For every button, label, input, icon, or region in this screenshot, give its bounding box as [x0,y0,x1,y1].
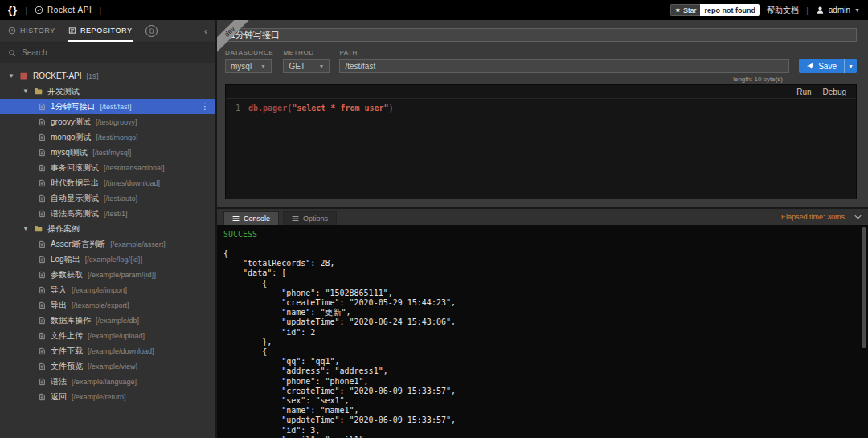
datasource-select[interactable]: mysql ▼ [225,59,272,73]
code-editor[interactable]: Run Debug 1 db.pager("select * from user… [225,84,857,199]
api-config-row: DATASOURCE mysql ▼ METHOD GET ▼ [225,49,857,73]
topbar: {} | Rocket API | ★ Star repo not found … [0,0,868,20]
path-input[interactable] [345,62,784,71]
braces-logo: {} [8,4,18,16]
tab-options-label: Options [303,215,328,223]
caret-down-icon[interactable]: ▼ [23,225,29,232]
path-label: PATH [339,49,789,56]
tree-item[interactable]: 文件上传 [/example/upload] ⋮ [0,328,215,343]
user-menu[interactable]: admin ▼ [816,6,860,14]
file-icon [39,301,46,309]
tree-folder-examples[interactable]: ▼ 操作案例 [0,221,215,236]
tree-item-label: mongo测试 [51,132,92,143]
tree-item[interactable]: 事务回滚测试 [/test/transactional] ⋮ [0,160,215,175]
tree-item-label: 返回 [51,391,67,403]
tree-item-path: [/test/mongo] [96,133,138,141]
tree-item[interactable]: mysql测试 [/test/mysql] ⋮ [0,145,215,160]
folder-icon [34,87,43,96]
grid-icon [292,215,299,222]
search-bar[interactable] [0,43,215,63]
tree-item[interactable]: 导出 [/texample/export] ⋮ [0,297,215,313]
tab-console[interactable]: Console [223,211,279,225]
tree-item[interactable]: 导入 [/example/import] ⋮ [0,282,215,297]
run-button[interactable]: Run [796,88,811,96]
datasource-label: DATASOURCE [225,49,273,56]
collapse-console-icon[interactable] [854,215,862,219]
tree-item[interactable]: 文件下载 [/example/download] ⋮ [0,343,215,358]
console-panel: Console Options Elapsed time: 30ms [217,207,868,438]
tree-item-label: Assert断言判断 [51,239,105,250]
api-name-input[interactable] [225,28,857,42]
console-meta: Elapsed time: 30ms [781,209,862,225]
debug-button[interactable]: Debug [823,88,846,96]
tab-repository[interactable]: REPOSITORY [68,20,133,42]
new-api-button[interactable] [145,25,158,37]
file-icon [39,164,46,172]
tree-item[interactable]: 1分钟写接口 [/test/fast] ⋮ [0,99,215,114]
user-icon [816,6,825,14]
sidebar-tabs: HISTORY REPOSITORY ‹ [0,20,215,43]
save-button[interactable]: Save ▼ [799,59,857,73]
search-icon [8,49,16,57]
tab-console-label: Console [244,215,270,223]
github-star-label: Star [683,6,697,14]
file-icon [39,210,46,218]
tree-item[interactable]: 自动显示测试 [/test/auto] ⋮ [0,190,215,206]
console-scrollbar[interactable] [862,227,866,348]
tree-item-label: 导入 [51,284,67,296]
file-icon [39,194,46,203]
document-icon [149,28,154,34]
caret-down-icon[interactable]: ▼ [8,72,14,80]
tree-item[interactable]: Assert断言判断 [/example/assert] ⋮ [0,236,215,252]
brand[interactable]: Rocket API [35,6,92,14]
topbar-right: ★ Star repo not found 帮助文档 | admin ▼ [670,4,860,16]
tree-item-path: [/example/import] [72,286,127,294]
code-area[interactable]: 1 db.pager("select * from user") [226,99,856,199]
save-dropdown-button[interactable]: ▼ [844,59,857,73]
api-editor-section: dev DATASOURCE mysql ▼ METHOD GET [217,20,868,207]
method-select[interactable]: GET ▼ [283,59,330,73]
tree-item-label: 参数获取 [51,269,83,280]
tree-item-path: [/example/language] [72,378,137,386]
list-icon [68,27,76,35]
console-output-area[interactable]: SUCCESS { "totalRecords": 28, "data": [ … [217,225,868,438]
api-count-badge: [19] [87,72,99,80]
tree-item-path: [/example/upload] [88,332,145,340]
tree-item[interactable]: 数据库操作 [/example/db] ⋮ [0,313,215,328]
tree-item-label: groovy测试 [51,117,91,128]
tree-item[interactable]: 参数获取 [/example/param/{id}] ⋮ [0,267,215,282]
tree-item[interactable]: 返回 [/example/return] ⋮ [0,389,215,404]
tree-item[interactable]: 语法 [/example/language] ⋮ [0,374,215,389]
divider: | [25,6,27,15]
tab-options[interactable]: Options [283,211,337,225]
brand-name: Rocket API [47,6,92,14]
tree-item[interactable]: groovy测试 [/test/groovy] ⋮ [0,114,215,129]
tree-item[interactable]: Log输出 [/example/log/{id}] ⋮ [0,252,215,267]
divider: | [99,6,101,15]
tab-history[interactable]: HISTORY [8,20,55,42]
item-menu-icon[interactable]: ⋮ [201,102,209,111]
tree-item-path: [/example/param/{id}] [88,271,156,279]
method-field: METHOD GET ▼ [283,49,330,73]
app-window: {} | Rocket API | ★ Star repo not found … [0,0,868,438]
path-field: PATH [339,49,789,73]
tree-item[interactable]: 时代数据导出 [/times/download] ⋮ [0,175,215,190]
tree-item[interactable]: 文件预览 [/example/view] ⋮ [0,358,215,374]
tree-item-path: [/test/mysql] [92,149,131,157]
sidebar-collapse-icon[interactable]: ‹ [204,27,207,36]
line-number: 1 [226,103,248,114]
tree-folder-dev-test[interactable]: ▼ 开发测试 [0,84,215,99]
tree-folder-label: 操作案例 [47,223,80,235]
tree-group-items: Assert断言判断 [/example/assert] ⋮ Log输出 [/e… [0,236,215,404]
tree-root-project[interactable]: ▼ ROCKET-API [19] [0,68,215,84]
star-icon: ★ [675,6,681,14]
tree-item[interactable]: 语法高亮测试 [/test/1] ⋮ [0,206,215,221]
caret-down-icon[interactable]: ▼ [23,88,29,95]
search-input[interactable] [22,48,207,57]
help-docs-link[interactable]: 帮助文档 [767,5,799,16]
tree-item-path: [/test/transactional] [104,164,165,172]
tree-item[interactable]: mongo测试 [/test/mongo] ⋮ [0,129,215,145]
github-star-badge[interactable]: ★ Star repo not found [670,4,760,16]
file-icon [39,149,46,157]
main-layout: HISTORY REPOSITORY ‹ [0,20,868,438]
